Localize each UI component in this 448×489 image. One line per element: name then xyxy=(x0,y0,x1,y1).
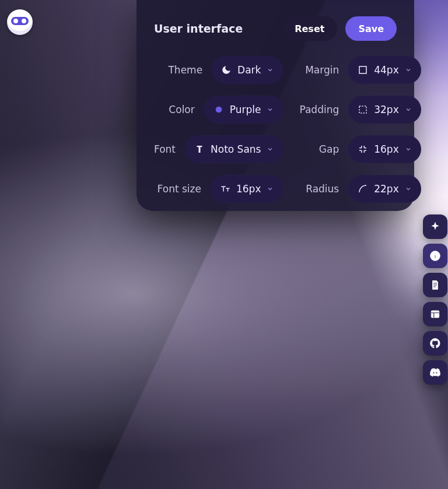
side-info-button[interactable] xyxy=(423,244,447,268)
radius-icon xyxy=(358,184,368,194)
font-select[interactable]: Noto Sans xyxy=(185,135,283,163)
svg-rect-0 xyxy=(359,66,366,73)
dot-purple-icon xyxy=(214,104,224,115)
side-layout-button[interactable] xyxy=(423,302,447,326)
chevron-down-icon xyxy=(405,185,412,192)
margin-value: 44px xyxy=(374,64,398,76)
setting-margin: Margin 44px xyxy=(299,56,421,84)
setting-color: Color Purple xyxy=(154,96,283,124)
setting-label-padding: Padding xyxy=(299,104,339,115)
setting-label-font-size: Font size xyxy=(158,183,201,195)
side-document-button[interactable] xyxy=(423,273,447,297)
theme-select[interactable]: Dark xyxy=(212,56,283,84)
margin-icon xyxy=(358,65,368,75)
gap-icon xyxy=(358,144,368,154)
setting-font: Font Noto Sans xyxy=(154,135,283,163)
svg-rect-6 xyxy=(431,311,439,318)
setting-label-gap: Gap xyxy=(319,143,339,155)
padding-icon xyxy=(358,104,368,115)
panel-header: User interface Reset Save xyxy=(154,16,397,41)
side-github-button[interactable] xyxy=(423,331,447,356)
setting-label-theme: Theme xyxy=(168,64,202,76)
chevron-down-icon xyxy=(405,106,412,113)
theme-value: Dark xyxy=(237,64,261,76)
save-button[interactable]: Save xyxy=(345,16,397,41)
chevron-down-icon xyxy=(405,146,412,153)
setting-radius: Radius 22px xyxy=(299,175,421,203)
svg-rect-5 xyxy=(435,253,436,254)
font-value: Noto Sans xyxy=(211,143,261,155)
avatar[interactable] xyxy=(7,9,33,35)
reset-button[interactable]: Reset xyxy=(282,16,337,41)
setting-label-radius: Radius xyxy=(306,183,339,195)
window-edge xyxy=(444,0,448,489)
font-icon xyxy=(194,144,205,154)
chevron-down-icon xyxy=(267,146,274,153)
color-select[interactable]: Purple xyxy=(204,96,284,124)
setting-label-margin: Margin xyxy=(305,64,339,76)
setting-font-size: Font size 16px xyxy=(154,175,283,203)
chevron-down-icon xyxy=(405,66,412,73)
radius-select[interactable]: 22px xyxy=(348,175,421,203)
setting-label-font: Font xyxy=(154,143,176,155)
gap-select[interactable]: 16px xyxy=(348,135,421,163)
panel-title: User interface xyxy=(154,22,243,35)
svg-rect-4 xyxy=(435,255,436,258)
side-discord-button[interactable] xyxy=(423,360,447,385)
font-size-value: 16px xyxy=(236,183,261,195)
radius-value: 22px xyxy=(374,183,398,195)
settings-panel: User interface Reset Save Theme Dark Mar… xyxy=(136,0,414,211)
avatar-mask-icon xyxy=(11,17,29,25)
settings-grid: Theme Dark Margin 44px xyxy=(154,56,397,203)
margin-select[interactable]: 44px xyxy=(348,56,421,84)
setting-gap: Gap 16px xyxy=(299,135,421,163)
moon-icon xyxy=(221,65,232,75)
padding-select[interactable]: 32px xyxy=(348,96,421,124)
setting-theme: Theme Dark xyxy=(154,56,283,84)
chevron-down-icon xyxy=(267,106,274,113)
gap-value: 16px xyxy=(374,143,398,155)
padding-value: 32px xyxy=(374,104,398,115)
font-size-icon xyxy=(220,184,230,194)
setting-padding: Padding 32px xyxy=(299,96,421,124)
side-sparkle-button[interactable] xyxy=(423,214,447,239)
setting-label-color: Color xyxy=(169,104,194,115)
color-value: Purple xyxy=(230,104,261,115)
chevron-down-icon xyxy=(267,66,274,73)
panel-actions: Reset Save xyxy=(282,16,397,41)
chevron-down-icon xyxy=(267,185,274,192)
svg-rect-2 xyxy=(359,106,366,113)
svg-point-1 xyxy=(215,107,222,113)
font-size-select[interactable]: 16px xyxy=(211,175,283,203)
